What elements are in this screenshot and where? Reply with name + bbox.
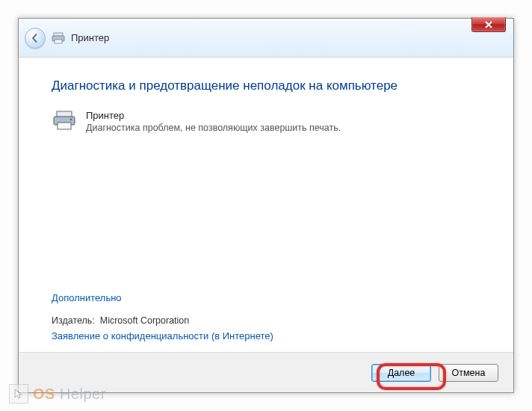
publisher-label: Издатель: — [52, 315, 95, 326]
header-title: Принтер — [71, 32, 109, 43]
printer-small-icon — [52, 32, 65, 44]
cancel-button[interactable]: Отмена — [439, 364, 498, 382]
svg-rect-5 — [58, 123, 71, 129]
next-button[interactable]: Далее — [371, 364, 431, 382]
main-heading: Диагностика и предотвращение неполадок н… — [52, 78, 480, 93]
item-text: Принтер Диагностика проблем, не позволяю… — [86, 110, 341, 133]
watermark-text: OS Helper — [33, 386, 106, 403]
printer-icon — [52, 110, 77, 131]
troubleshoot-item: Принтер Диагностика проблем, не позволяю… — [52, 110, 480, 133]
publisher-value: Microsoft Corporation — [100, 315, 190, 326]
watermark: OS Helper — [9, 384, 106, 404]
privacy-link[interactable]: Заявление о конфиденциальности (в Интерн… — [52, 330, 273, 342]
troubleshooter-window: Принтер Диагностика и предотвращение неп… — [18, 18, 514, 393]
back-button[interactable] — [25, 28, 46, 49]
header-bar: Принтер — [19, 19, 513, 58]
close-icon — [484, 21, 493, 28]
cursor-icon — [9, 384, 28, 404]
svg-rect-2 — [55, 40, 62, 43]
close-button[interactable] — [471, 17, 506, 32]
titlebar-controls — [471, 17, 506, 35]
content-area: Диагностика и предотвращение неполадок н… — [19, 58, 513, 352]
svg-point-6 — [70, 119, 72, 121]
item-description: Диагностика проблем, не позволяющих заве… — [86, 123, 341, 133]
back-arrow-icon — [30, 33, 40, 43]
bottom-info: Дополнительно Издатель: Microsoft Corpor… — [52, 292, 273, 342]
advanced-link[interactable]: Дополнительно — [52, 292, 122, 303]
publisher-line: Издатель: Microsoft Corporation — [52, 315, 273, 326]
item-title: Принтер — [86, 110, 341, 121]
